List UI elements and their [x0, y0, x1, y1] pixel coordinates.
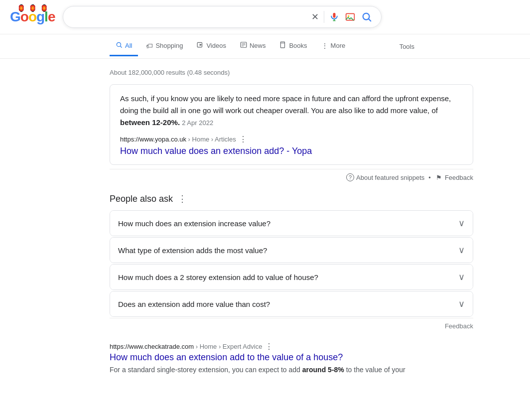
paa-menu-dots[interactable]: ⋮	[178, 193, 187, 204]
paa-question-2-text: What type of extension adds the most val…	[118, 246, 267, 255]
result-title-link[interactable]: How much does an extension add to the va…	[110, 352, 473, 363]
shopping-icon: 🏷	[146, 42, 153, 50]
info-icon: ?	[346, 173, 354, 181]
result-desc-bold: around 5-8%	[302, 366, 344, 374]
featured-snippet: As such, if you know you are likely to n…	[110, 84, 473, 165]
videos-icon	[197, 41, 204, 50]
search-bar-wrapper: how much value will an extension add to …	[63, 6, 382, 28]
tab-books-label: Books	[289, 42, 307, 49]
snippet-bold: between 12-20%.	[120, 118, 180, 127]
result-desc-part1: For a standard single-storey extension, …	[110, 366, 302, 374]
results-count: About 182,000,000 results (0.48 seconds)	[110, 69, 488, 76]
snippet-url: https://www.yopa.co.uk › Home › Articles	[120, 136, 236, 143]
search-submit-button[interactable]	[360, 10, 373, 23]
paa-question-3-text: How much does a 2 storey extension add t…	[118, 273, 318, 281]
paa-item-3: How much does a 2 storey extension add t…	[110, 264, 473, 290]
svg-line-8	[120, 46, 122, 47]
voice-search-button[interactable]	[328, 11, 340, 23]
tab-news-label: News	[250, 42, 266, 49]
tab-videos-label: Videos	[206, 42, 226, 49]
result-url-row: https://www.checkatrade.com › Home › Exp…	[110, 342, 473, 351]
result-title: How much does an extension add to the va…	[110, 352, 473, 363]
svg-point-4	[348, 15, 349, 17]
paa-question-1[interactable]: How much does an extension increase valu…	[110, 211, 473, 236]
tab-shopping-label: Shopping	[155, 42, 183, 49]
news-icon	[240, 41, 247, 50]
all-icon	[116, 41, 123, 50]
feedback-label: Feedback	[445, 174, 473, 181]
result-item-2: https://www.checkatrade.com › Home › Exp…	[110, 342, 473, 375]
snippet-breadcrumb: › Home › Articles	[188, 136, 236, 143]
tab-books[interactable]: Books	[273, 36, 313, 56]
tab-videos[interactable]: Videos	[191, 36, 232, 56]
svg-rect-15	[281, 42, 285, 48]
logo-wrapper: 🏮 🏮 🏮 Google	[10, 9, 55, 25]
main-content: About 182,000,000 results (0.48 seconds)…	[0, 59, 488, 385]
chevron-down-icon-2: ∨	[458, 245, 465, 256]
result-url: https://www.checkatrade.com › Home › Exp…	[110, 343, 262, 350]
more-icon: ⋮	[321, 42, 328, 50]
lantern-decorations: 🏮 🏮 🏮	[17, 4, 48, 12]
clear-button[interactable]: ✕	[310, 10, 320, 23]
tab-more[interactable]: ⋮ More	[315, 37, 352, 56]
people-also-ask-section: People also ask ⋮ How much does an exten…	[110, 193, 473, 332]
paa-item-2: What type of extension adds the most val…	[110, 237, 473, 263]
books-icon	[279, 41, 286, 50]
chevron-down-icon-3: ∨	[458, 272, 465, 282]
paa-question-3[interactable]: How much does a 2 storey extension add t…	[110, 265, 473, 289]
paa-feedback-link[interactable]: Feedback	[445, 322, 473, 330]
about-snippets-label: About featured snippets	[356, 174, 424, 181]
nav-tabs: All 🏷 Shopping Videos News Books ⋮ More …	[0, 34, 530, 59]
svg-line-6	[369, 19, 371, 21]
paa-item-1: How much does an extension increase valu…	[110, 210, 473, 236]
tab-all-label: All	[125, 42, 132, 49]
logo-area: 🏮 🏮 🏮 Google	[10, 9, 55, 25]
snippet-footer: ? About featured snippets • ⚑ Feedback	[110, 169, 473, 181]
paa-question-2[interactable]: What type of extension adds the most val…	[110, 238, 473, 263]
about-featured-snippets-link[interactable]: ? About featured snippets	[346, 173, 424, 181]
paa-footer: Feedback	[110, 318, 473, 332]
image-search-button[interactable]	[344, 11, 356, 23]
snippet-text: As such, if you know you are likely to n…	[120, 93, 463, 129]
paa-question-4-text: Does an extension add more value than co…	[118, 300, 270, 308]
paa-header: People also ask ⋮	[110, 193, 473, 204]
chevron-down-icon-1: ∨	[458, 218, 465, 229]
tools-button[interactable]: Tools	[394, 38, 420, 55]
feedback-link[interactable]: ⚑ Feedback	[435, 173, 473, 181]
paa-item-4: Does an extension add more value than co…	[110, 291, 473, 317]
snippet-date-val: 2 Apr 2022	[182, 119, 213, 127]
tab-shopping[interactable]: 🏷 Shopping	[140, 37, 189, 56]
divider	[324, 11, 324, 23]
search-icons: ✕	[310, 10, 373, 23]
paa-question-4[interactable]: Does an extension add more value than co…	[110, 291, 473, 316]
header: 🏮 🏮 🏮 Google how much value will an exte…	[0, 0, 530, 34]
separator-dot: •	[428, 174, 431, 181]
snippet-title-link[interactable]: How much value does an extension add? - …	[120, 146, 312, 156]
result-breadcrumb: › Home › Expert Advice	[196, 343, 263, 350]
result-menu-dots[interactable]: ⋮	[265, 342, 273, 351]
tab-all[interactable]: All	[110, 36, 138, 56]
result-desc-part2: to the value of your	[344, 366, 405, 374]
search-bar: how much value will an extension add to …	[63, 6, 382, 28]
svg-marker-10	[200, 44, 202, 46]
chevron-down-icon-4: ∨	[458, 298, 465, 309]
paa-title: People also ask	[110, 194, 173, 204]
snippet-menu-dots[interactable]: ⋮	[239, 135, 247, 144]
snippet-text-part1: As such, if you know you are likely to n…	[120, 94, 451, 115]
snippet-title: How much value does an extension add? - …	[120, 146, 463, 156]
result-description: For a standard single-storey extension, …	[110, 365, 473, 375]
tab-more-label: More	[331, 42, 346, 49]
snippet-source: https://www.yopa.co.uk › Home › Articles…	[120, 135, 463, 144]
paa-question-1-text: How much does an extension increase valu…	[118, 219, 270, 228]
tab-news[interactable]: News	[234, 36, 272, 56]
search-input[interactable]: how much value will an extension add to …	[71, 12, 306, 21]
svg-rect-0	[333, 13, 336, 18]
flag-icon: ⚑	[435, 173, 443, 181]
